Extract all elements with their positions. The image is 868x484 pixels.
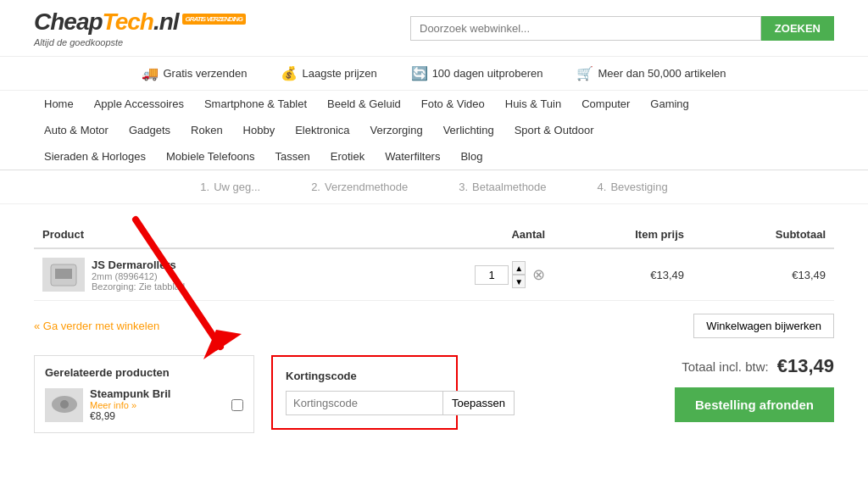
step-2-num: 2. — [311, 181, 320, 193]
nav-foto[interactable]: Foto & Video — [411, 91, 495, 117]
bottom-section: Gerelateerde producten Steampunk Bril Me… — [34, 355, 834, 433]
nav-row-3: Sieraden & Horloges Mobiele Telefoons Ta… — [34, 143, 834, 170]
product-name: JS Dermarollers — [92, 259, 185, 271]
logo: CheapTech.nlGRATIS VERZENDING Altijd de … — [34, 8, 246, 47]
header: CheapTech.nlGRATIS VERZENDING Altijd de … — [0, 0, 868, 57]
related-product-image — [45, 388, 83, 422]
step-1-label: Uw geg... — [214, 181, 260, 193]
remove-button[interactable]: ⊗ — [532, 265, 545, 284]
related-more-link[interactable]: Meer info » — [90, 400, 225, 410]
nav-tassen[interactable]: Tassen — [265, 143, 320, 170]
product-subtotal: €13,49 — [792, 269, 826, 281]
logo-cheap: Cheap — [34, 8, 103, 35]
nav-sieraden[interactable]: Sieraden & Horloges — [34, 143, 156, 170]
col-price: Item prijs — [554, 221, 693, 248]
continue-shopping-link[interactable]: « Ga verder met winkelen — [34, 320, 159, 332]
nav-roken[interactable]: Roken — [181, 117, 233, 143]
nav-verzorging[interactable]: Verzorging — [360, 117, 433, 143]
svg-rect-1 — [55, 269, 72, 279]
nav-gadgets[interactable]: Gadgets — [119, 117, 181, 143]
cart-actions: « Ga verder met winkelen Winkelwagen bij… — [34, 314, 834, 338]
step-4: 4. Bevestiging — [598, 181, 668, 193]
search-button[interactable]: ZOEKEN — [761, 16, 834, 41]
product-price: €13,49 — [650, 269, 684, 281]
features-bar: 🚚 Gratis verzenden 💰 Laagste prijzen 🔄 1… — [0, 57, 868, 91]
nav-beeld[interactable]: Beeld & Geluid — [317, 91, 411, 117]
total-row: Totaal incl. btw: €13,49 — [675, 355, 834, 377]
product-subtotal-cell: €13,49 — [693, 248, 834, 301]
trial-icon: 🔄 — [411, 65, 428, 81]
step-1: 1. Uw geg... — [200, 181, 260, 193]
nav-sport[interactable]: Sport & Outdoor — [504, 117, 604, 143]
feature-articles-label: Meer dan 50,000 artikelen — [598, 67, 726, 80]
product-price-cell: €13,49 — [554, 248, 693, 301]
nav-hobby[interactable]: Hobby — [233, 117, 286, 143]
total-amount: €13,49 — [777, 355, 834, 377]
product-cell: JS Dermarollers 2mm (8996412) Bezorging:… — [34, 248, 370, 301]
search-input[interactable] — [410, 16, 761, 41]
nav-mobiele[interactable]: Mobiele Telefoons — [156, 143, 265, 170]
col-subtotal: Subtotaal — [693, 221, 834, 248]
price-icon: 💰 — [281, 65, 298, 81]
product-sku: 2mm (8996412) — [92, 271, 185, 281]
step-1-num: 1. — [200, 181, 209, 193]
list-item: Steampunk Bril Meer info » €8,99 — [45, 387, 243, 422]
nav-huis[interactable]: Huis & Tuin — [495, 91, 571, 117]
qty-up-button[interactable]: ▲ — [512, 261, 526, 275]
step-4-num: 4. — [598, 181, 607, 193]
update-cart-button[interactable]: Winkelwagen bijwerken — [693, 314, 834, 338]
feature-articles: 🛒 Meer dan 50,000 artikelen — [576, 65, 726, 81]
step-4-label: Bevestiging — [610, 181, 667, 193]
search-area: ZOEKEN — [410, 16, 834, 41]
nav-erotiek[interactable]: Erotiek — [320, 143, 375, 170]
logo-subtitle: Altijd de goedkoopste — [34, 37, 123, 47]
coupon-title: Kortingscode — [286, 370, 443, 382]
checkout-steps: 1. Uw geg... 2. Verzendmethode 3. Betaal… — [0, 170, 868, 204]
qty-down-button[interactable]: ▼ — [512, 275, 526, 288]
product-image — [42, 258, 85, 292]
feature-price-label: Laagste prijzen — [302, 67, 376, 80]
coupon-apply-button[interactable]: Toepassen — [443, 391, 515, 415]
quantity-input[interactable]: 1 — [475, 265, 509, 285]
nav-blog[interactable]: Blog — [450, 143, 492, 170]
coupon-input[interactable] — [286, 391, 443, 415]
articles-icon: 🛒 — [576, 65, 593, 81]
col-product: Product — [34, 221, 370, 248]
step-3: 3. Betaalmethode — [459, 181, 546, 193]
main-content: Product Aantal Item prijs Subtotaal JS D… — [0, 204, 868, 450]
nav-verlichting[interactable]: Verlichting — [433, 117, 504, 143]
feature-trial-label: 100 dagen uitproberen — [432, 67, 543, 80]
nav-computer[interactable]: Computer — [571, 91, 640, 117]
related-products: Gerelateerde producten Steampunk Bril Me… — [34, 355, 254, 433]
product-qty-cell: 1 ▲ ▼ ⊗ — [370, 248, 554, 301]
cart-table: Product Aantal Item prijs Subtotaal JS D… — [34, 221, 834, 301]
checkout-button[interactable]: Bestelling afronden — [675, 387, 834, 422]
nav-row-1: Home Apple Accessoires Smartphone & Tabl… — [34, 91, 834, 117]
logo-tech: Tech — [103, 8, 153, 35]
nav-auto[interactable]: Auto & Motor — [34, 117, 119, 143]
nav-waterfilters[interactable]: Waterfilters — [375, 143, 450, 170]
nav-apple[interactable]: Apple Accessoires — [84, 91, 194, 117]
total-label: Totaal incl. btw: — [682, 359, 769, 374]
coupon-row: Toepassen — [286, 391, 443, 415]
related-product-name: Steampunk Bril — [90, 387, 225, 400]
product-delivery: Bezorging: Zie tabblad — [92, 281, 185, 292]
feature-shipping-label: Gratis verzenden — [163, 67, 247, 80]
step-3-label: Betaalmethode — [472, 181, 546, 193]
step-2: 2. Verzendmethode — [311, 181, 408, 193]
related-product-info: Steampunk Bril Meer info » €8,99 — [90, 387, 225, 422]
nav-gaming[interactable]: Gaming — [640, 91, 699, 117]
feature-trial: 🔄 100 dagen uitproberen — [411, 65, 543, 81]
logo-text: CheapTech.nlGRATIS VERZENDING — [34, 8, 246, 36]
step-2-label: Verzendmethode — [325, 181, 408, 193]
step-3-num: 3. — [459, 181, 468, 193]
logo-nl: .nl — [153, 8, 179, 35]
nav-smartphone[interactable]: Smartphone & Tablet — [194, 91, 317, 117]
related-product-price: €8,99 — [90, 410, 225, 422]
nav-home[interactable]: Home — [34, 91, 84, 117]
feature-price: 💰 Laagste prijzen — [281, 65, 376, 81]
navigation: Home Apple Accessoires Smartphone & Tabl… — [0, 91, 868, 170]
nav-elektronica[interactable]: Elektronica — [285, 117, 359, 143]
related-product-checkbox[interactable] — [231, 399, 243, 411]
coupon-box: Kortingscode Toepassen — [271, 355, 458, 430]
